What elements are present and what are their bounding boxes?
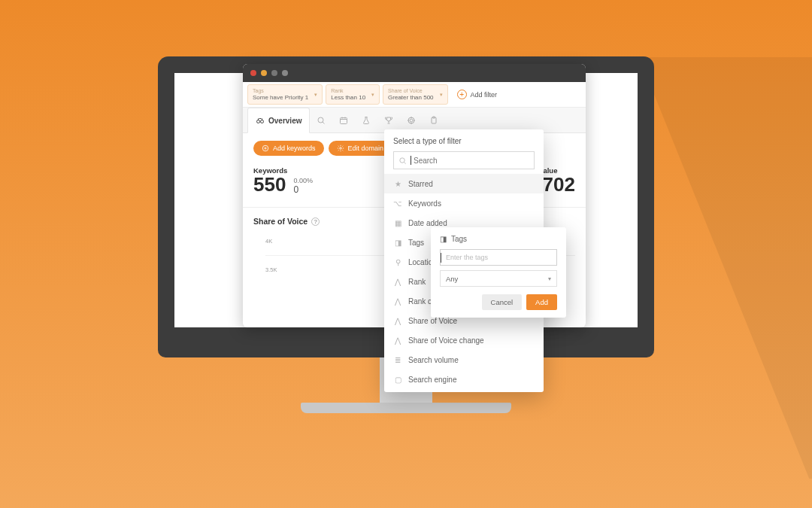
flask-icon [362, 116, 371, 125]
filter-option-label: Starred [408, 180, 433, 188]
tag-icon: ◨ [440, 235, 447, 243]
monitor-stand-base [301, 403, 511, 413]
filter-option-label: Rank [408, 278, 426, 286]
svg-rect-3 [341, 117, 347, 123]
tags-input-wrapper[interactable] [440, 249, 557, 266]
chart-icon: ⋀ [393, 297, 402, 306]
window-close-icon[interactable] [250, 70, 256, 76]
filter-option-search-engine[interactable]: ▢Search engine [384, 370, 544, 389]
plus-icon: + [457, 90, 467, 99]
filter-chip-rank[interactable]: Rank Less than 10 ▾ [326, 84, 380, 105]
chevron-down-icon: ▾ [314, 92, 317, 98]
filter-chip-title: Tags [253, 87, 308, 94]
chevron-down-icon: ▾ [371, 92, 374, 98]
search-icon [398, 157, 407, 165]
metric-delta-abs: 0 [293, 184, 313, 195]
plus-circle-icon [262, 144, 269, 152]
svg-point-0 [257, 120, 260, 123]
tags-popup-heading: ◨ Tags [440, 235, 557, 243]
tags-popup-title: Tags [451, 235, 467, 243]
filter-option-search-volume[interactable]: ≣Search volume [384, 350, 544, 370]
filter-chip-value: Some have Priority 1 [253, 94, 308, 102]
window-minimize-icon[interactable] [261, 70, 267, 76]
button-label: Add keywords [273, 144, 316, 152]
tag-icon: ◨ [393, 239, 402, 247]
filter-option-label: Tags [408, 239, 424, 247]
window-dot-icon [282, 70, 288, 76]
binoculars-icon [256, 116, 265, 125]
add-keywords-button[interactable]: Add keywords [253, 141, 324, 156]
edit-domain-button[interactable]: Edit domain [329, 141, 392, 156]
filter-option-starred[interactable]: ★Starred [384, 174, 544, 193]
svg-point-10 [400, 157, 404, 162]
search-icon [317, 116, 326, 125]
tags-filter-popup: ◨ Tags Any ▾ Cancel Add [431, 227, 566, 318]
tab-label: Overview [268, 117, 301, 125]
cancel-button[interactable]: Cancel [482, 294, 523, 310]
filter-chip-tags[interactable]: Tags Some have Priority 1 ▾ [247, 84, 323, 105]
add-filter-label: Add filter [471, 91, 498, 99]
filter-bar: Tags Some have Priority 1 ▾ Rank Less th… [243, 82, 586, 108]
filter-option-label: Date added [408, 219, 447, 227]
tab-overview[interactable]: Overview [247, 108, 310, 133]
chevron-down-icon: ▾ [440, 92, 443, 98]
star-icon: ★ [393, 180, 402, 188]
window-titlebar [243, 64, 586, 82]
chart-icon: ⋀ [393, 317, 402, 325]
tags-input[interactable] [441, 253, 556, 263]
tab-search[interactable] [310, 108, 332, 132]
key-icon: ⌥ [393, 199, 402, 208]
filter-chip-value: Greater than 500 [388, 94, 433, 102]
location-icon: ⚲ [393, 258, 402, 266]
svg-point-9 [339, 148, 341, 150]
calendar-icon [339, 116, 348, 125]
button-label: Edit domain [348, 144, 384, 152]
svg-point-2 [318, 117, 323, 123]
filter-search-input[interactable] [411, 156, 529, 165]
chart-icon: ⋀ [393, 336, 402, 345]
sov-title-text: Share of Voice [253, 217, 308, 226]
svg-point-1 [261, 120, 264, 123]
svg-point-4 [408, 117, 414, 123]
popup-title: Select a type of filter [384, 137, 544, 151]
metric-keywords: Keywords 550 0.00% 0 [253, 166, 313, 195]
tab-calendar[interactable] [332, 108, 355, 132]
clipboard-icon [429, 116, 438, 125]
tab-flask[interactable] [355, 108, 377, 132]
filter-chip-value: Less than 10 [331, 94, 365, 102]
select-value: Any [446, 275, 458, 283]
help-icon[interactable]: ? [311, 217, 320, 226]
calendar-icon: ▦ [393, 219, 402, 227]
filter-option-sov-change[interactable]: ⋀Share of Voice change [384, 330, 544, 350]
monitor-shadow [639, 57, 812, 479]
trophy-icon [384, 116, 393, 125]
filter-option-label: Keywords [408, 199, 441, 208]
add-filter-button[interactable]: + Add filter [457, 90, 498, 99]
chart-icon: ⋀ [393, 278, 402, 286]
gear-icon [337, 144, 344, 152]
filter-search-box[interactable] [393, 151, 535, 169]
filter-option-label: Search engine [408, 376, 457, 384]
bars-icon: ≣ [393, 356, 402, 364]
filter-chip-title: Rank [331, 87, 365, 94]
metric-delta-pct: 0.00% [293, 177, 313, 184]
filter-option-label: Share of Voice change [408, 336, 484, 345]
filter-option-label: Share of Voice [408, 317, 457, 325]
chevron-down-icon: ▾ [548, 275, 551, 282]
window-maximize-icon[interactable] [271, 70, 277, 76]
tags-match-select[interactable]: Any ▾ [440, 270, 557, 287]
add-button[interactable]: Add [526, 294, 557, 310]
filter-chip-title: Share of Voice [388, 87, 433, 94]
target-icon [407, 116, 416, 125]
filter-option-keywords[interactable]: ⌥Keywords [384, 193, 544, 213]
browser-icon: ▢ [393, 376, 402, 384]
filter-chip-sov[interactable]: Share of Voice Greater than 500 ▾ [383, 84, 447, 105]
metric-value: 550 [253, 175, 286, 195]
filter-option-label: Search volume [408, 356, 459, 364]
svg-point-5 [410, 119, 413, 122]
